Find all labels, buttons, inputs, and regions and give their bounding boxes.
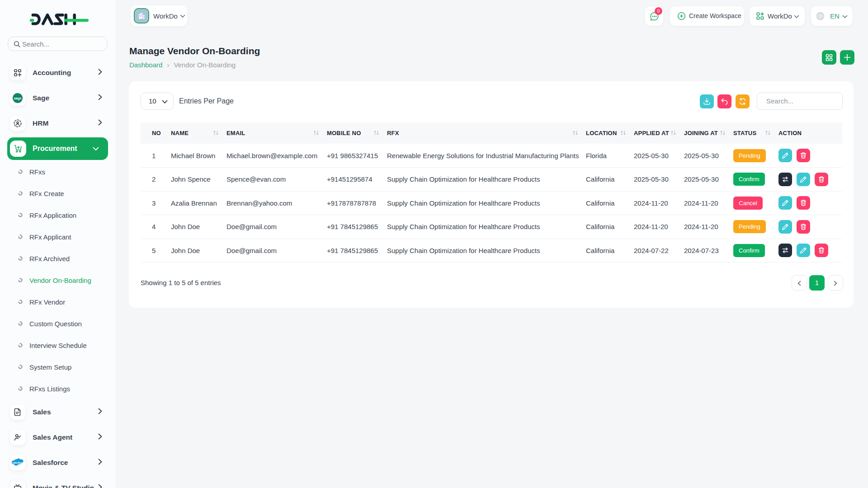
svg-text:sage: sage — [14, 96, 21, 100]
svg-text:salesforce: salesforce — [12, 461, 24, 464]
